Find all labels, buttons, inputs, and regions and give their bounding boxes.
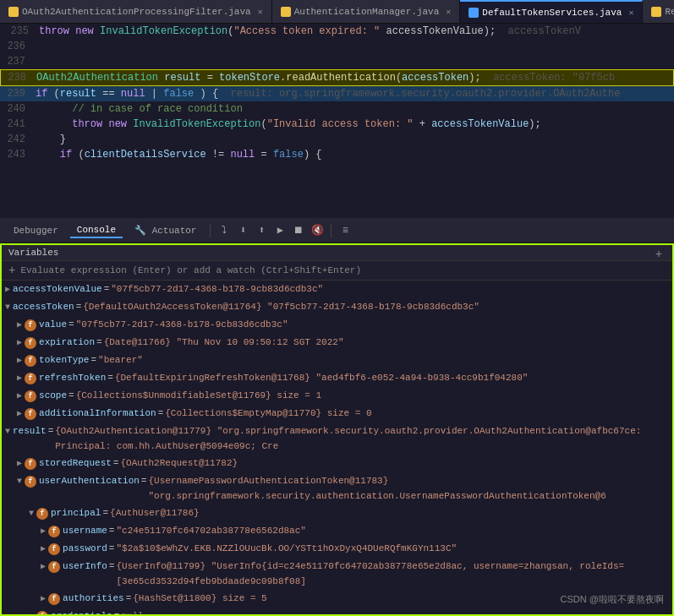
f-badge-expiration: f: [25, 337, 36, 349]
arrow-refreshToken: [17, 371, 22, 386]
code-line-236: 236: [0, 39, 674, 54]
watermark: CSDN @啦啦不要熬夜啊: [561, 593, 664, 606]
arrow-additionalInfo: [17, 406, 22, 422]
tab-icon-auth: [281, 7, 291, 17]
var-refreshToken[interactable]: f refreshToken = {DefaultExpiringRefresh…: [2, 369, 672, 387]
var-credentials[interactable]: f credentials = null: [2, 608, 672, 616]
f-badge-value: f: [25, 319, 36, 331]
var-username[interactable]: f username = "c24e51170fc64702ab38778e65…: [2, 522, 672, 540]
f-badge-storedRequest: f: [25, 458, 36, 470]
code-line-241: 241 throw new InvalidTokenException("Inv…: [0, 117, 674, 132]
arrow-result: [5, 424, 10, 439]
var-principal[interactable]: f principal = {AuthUser@11786}: [2, 504, 672, 522]
stop-icon[interactable]: ⏹: [292, 224, 305, 237]
eval-placeholder: Evaluate expression (Enter) or add a wat…: [20, 265, 361, 275]
var-password[interactable]: f password = "$2a$10$eWhZv.EKB.NZZlOUucB…: [2, 540, 672, 558]
mute-icon[interactable]: 🔇: [310, 224, 324, 237]
tab-label-resource: ResourceServerTokenServices.java: [665, 7, 674, 17]
f-badge-p-authorities: f: [48, 593, 60, 605]
step-into-icon[interactable]: ⬇: [236, 224, 249, 237]
tab-label-auth: AuthenticationManager.java: [294, 7, 440, 17]
var-value[interactable]: f value = "07f5cb77-2d17-4368-b178-9cb83…: [2, 316, 672, 334]
step-out-icon[interactable]: ⬆: [255, 224, 268, 237]
var-expiration[interactable]: f expiration = {Date@11766} "Thu Nov 10 …: [2, 334, 672, 352]
var-userAuthentication[interactable]: f userAuthentication = {UsernamePassword…: [2, 472, 672, 504]
code-line-237: 237: [0, 54, 674, 69]
tab-resource-server[interactable]: ResourceServerTokenServices.java ✕: [643, 0, 674, 24]
arrow-principal: [29, 506, 34, 521]
eval-bar[interactable]: + Evaluate expression (Enter) or add a w…: [2, 261, 672, 281]
variables-header-label: Variables: [8, 248, 58, 258]
toolbar-separator-1: [210, 224, 211, 237]
code-line-238: 238 OAuth2Authentication result = tokenS…: [0, 69, 674, 86]
var-additionalInformation[interactable]: f additionalInformation = {Collections$E…: [2, 405, 672, 422]
arrow-scope: [17, 389, 22, 404]
arrow-expiration: [17, 335, 22, 351]
var-accessToken[interactable]: accessToken = {DefaultOAuth2AccessToken@…: [2, 298, 672, 316]
var-scope[interactable]: f scope = {Collections$UnmodifiableSet@1…: [2, 387, 672, 405]
panel-header-variables: Variables +: [2, 245, 672, 261]
actuator-icon: 🔧: [134, 226, 146, 236]
tab-bar: OAuth2AuthenticationProcessingFilter.jav…: [0, 0, 674, 24]
code-line-242: 242 }: [0, 132, 674, 147]
arrow-tokenType: [17, 353, 22, 368]
code-line-240: 240 // in case of race condition: [0, 101, 674, 117]
tab-auth-manager[interactable]: AuthenticationManager.java ✕: [272, 0, 461, 24]
add-watch-button[interactable]: +: [652, 248, 666, 261]
f-badge-userInfo: f: [48, 561, 60, 573]
code-line-243: 243 if (clientDetailsService != null = f…: [0, 147, 674, 162]
close-tab-auth[interactable]: ✕: [446, 7, 451, 17]
var-userInfo[interactable]: f userInfo = {UserInfo@11799} "UserInfo{…: [2, 558, 672, 590]
var-result[interactable]: result = {OAuth2Authentication@11779} "o…: [2, 422, 672, 455]
f-badge-tokenType: f: [25, 355, 36, 367]
tab-oauth-filter[interactable]: OAuth2AuthenticationProcessingFilter.jav…: [0, 0, 272, 24]
step-over-icon[interactable]: ⤵: [217, 224, 231, 237]
arrow-password: [41, 542, 46, 557]
eval-icon: +: [8, 264, 15, 277]
code-line-239: 239 if (result == null | false ) { resul…: [0, 86, 674, 101]
resume-icon[interactable]: ▶: [273, 224, 287, 237]
debugger-toolbar: Debugger Console 🔧 Actuator ⤵ ⬇ ⬆ ▶ ⏹ 🔇 …: [0, 218, 674, 243]
f-badge-refreshToken: f: [25, 373, 36, 384]
var-storedRequest[interactable]: f storedRequest = {OAuth2Request@11782}: [2, 455, 672, 472]
tab-debugger[interactable]: Debugger: [7, 224, 65, 237]
code-line-235: 235 throw new InvalidTokenException("Acc…: [0, 24, 674, 39]
tab-label-oauth: OAuth2AuthenticationProcessingFilter.jav…: [22, 7, 251, 17]
arrow-userInfo: [41, 559, 46, 575]
var-tokenType[interactable]: f tokenType = "bearer": [2, 352, 672, 369]
settings-icon[interactable]: ≡: [338, 224, 352, 237]
f-badge-additionalInfo: f: [25, 408, 36, 420]
close-tab-token[interactable]: ✕: [628, 8, 633, 18]
arrow-accessTokenValue: [5, 282, 10, 297]
tab-default-token[interactable]: DefaultTokenServices.java ✕: [460, 0, 643, 24]
arrow-accessToken: [5, 300, 10, 315]
arrow-value: [17, 318, 22, 333]
arrow-p-authorities: [41, 591, 46, 607]
tab-label-token: DefaultTokenServices.java: [482, 8, 622, 18]
variables-panel: Variables + + Evaluate expression (Enter…: [0, 243, 674, 616]
f-badge-password: f: [48, 543, 60, 555]
tab-console[interactable]: Console: [70, 223, 123, 238]
f-badge-userAuth: f: [25, 476, 36, 488]
arrow-userAuth: [17, 474, 22, 489]
tab-actuator[interactable]: 🔧 Actuator: [128, 223, 203, 237]
f-badge-principal: f: [36, 508, 48, 520]
toolbar-separator-2: [331, 224, 332, 237]
arrow-username: [41, 524, 46, 539]
tab-icon-token: [469, 8, 479, 18]
arrow-storedRequest: [17, 456, 22, 472]
close-tab-oauth[interactable]: ✕: [258, 7, 263, 17]
f-badge-username: f: [48, 526, 60, 537]
f-badge-credentials: f: [36, 611, 48, 616]
code-editor: 235 throw new InvalidTokenException("Acc…: [0, 24, 674, 218]
tab-icon-oauth: [8, 7, 19, 17]
var-accessTokenValue[interactable]: accessTokenValue = "07f5cb77-2d17-4368-b…: [2, 281, 672, 298]
arrow-credentials: [29, 609, 34, 616]
tab-icon-resource: [651, 7, 661, 17]
f-badge-scope: f: [25, 390, 36, 402]
